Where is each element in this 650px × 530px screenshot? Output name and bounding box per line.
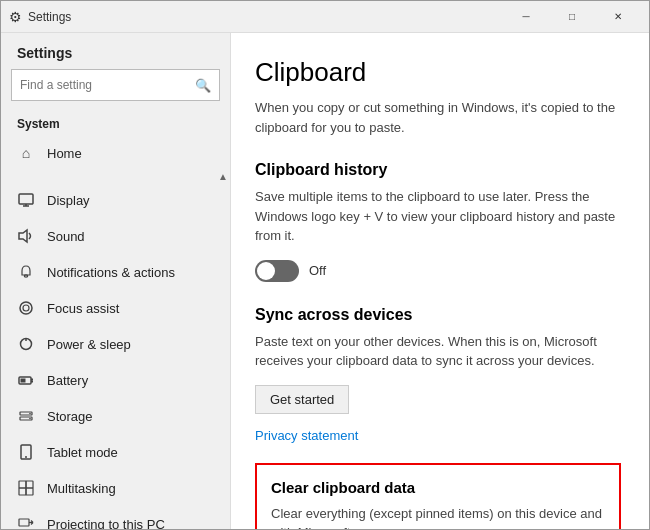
svg-point-18 xyxy=(29,413,31,415)
svg-point-9 xyxy=(23,305,29,311)
search-icon: 🔍 xyxy=(195,78,211,93)
sync-section: Sync across devices Paste text on your o… xyxy=(255,306,621,428)
sidebar-item-sound[interactable]: Sound xyxy=(1,218,230,254)
toggle-thumb xyxy=(257,262,275,280)
search-input[interactable] xyxy=(20,78,195,92)
sidebar-item-home[interactable]: ⌂ Home xyxy=(1,135,230,171)
sidebar-item-display[interactable]: Display xyxy=(1,182,230,218)
titlebar-controls: ─ □ ✕ xyxy=(503,1,641,33)
clear-clipboard-section: Clear clipboard data Clear everything (e… xyxy=(255,463,621,530)
sidebar-item-power-sleep[interactable]: Power & sleep xyxy=(1,326,230,362)
svg-rect-15 xyxy=(21,379,26,383)
sidebar: Settings 🔍 System ⌂ Home ▲ Display xyxy=(1,33,231,529)
maximize-button[interactable]: □ xyxy=(549,1,595,33)
multitasking-icon xyxy=(17,479,35,497)
toggle-label: Off xyxy=(309,263,326,278)
sidebar-item-multitasking[interactable]: Multitasking xyxy=(1,470,230,506)
page-description: When you copy or cut something in Window… xyxy=(255,98,621,137)
sidebar-item-label: Battery xyxy=(47,373,88,388)
main-scroll-area: Clipboard When you copy or cut something… xyxy=(231,33,649,529)
sidebar-item-battery[interactable]: Battery xyxy=(1,362,230,398)
sidebar-item-focus-assist[interactable]: Focus assist xyxy=(1,290,230,326)
svg-rect-0 xyxy=(19,194,33,204)
minimize-button[interactable]: ─ xyxy=(503,1,549,33)
tablet-mode-icon xyxy=(17,443,35,461)
sidebar-item-label: Storage xyxy=(47,409,93,424)
privacy-statement-link[interactable]: Privacy statement xyxy=(255,428,621,443)
notifications-icon xyxy=(17,263,35,281)
sidebar-section-label: System xyxy=(1,111,230,135)
svg-point-8 xyxy=(20,302,32,314)
sidebar-item-label: Projecting to this PC xyxy=(47,517,165,530)
svg-rect-26 xyxy=(19,519,29,526)
sidebar-item-label: Notifications & actions xyxy=(47,265,175,280)
sidebar-item-label: Home xyxy=(47,146,82,161)
scroll-indicator: ▲ xyxy=(1,171,230,182)
main-content: Clipboard When you copy or cut something… xyxy=(231,33,649,529)
clear-section-title: Clear clipboard data xyxy=(271,479,605,496)
search-box[interactable]: 🔍 xyxy=(11,69,220,101)
svg-rect-25 xyxy=(26,488,33,495)
projecting-icon xyxy=(17,515,35,529)
window-title: Settings xyxy=(28,10,71,24)
sidebar-item-projecting[interactable]: Projecting to this PC xyxy=(1,506,230,529)
clipboard-history-desc: Save multiple items to the clipboard to … xyxy=(255,187,621,246)
sidebar-item-label: Tablet mode xyxy=(47,445,118,460)
clear-section-desc: Clear everything (except pinned items) o… xyxy=(271,504,605,530)
sidebar-header: Settings xyxy=(1,33,230,69)
titlebar: ⚙ Settings ─ □ ✕ xyxy=(1,1,649,33)
power-sleep-icon xyxy=(17,335,35,353)
titlebar-left: ⚙ Settings xyxy=(9,9,71,25)
sidebar-item-notifications[interactable]: Notifications & actions xyxy=(1,254,230,290)
scroll-up-arrow: ▲ xyxy=(218,171,228,182)
focus-assist-icon xyxy=(17,299,35,317)
clipboard-history-title: Clipboard history xyxy=(255,161,621,179)
sync-desc: Paste text on your other devices. When t… xyxy=(255,332,621,371)
sidebar-item-label: Display xyxy=(47,193,90,208)
svg-rect-22 xyxy=(19,481,26,488)
clipboard-history-toggle[interactable] xyxy=(255,260,299,282)
svg-point-19 xyxy=(29,418,31,420)
sidebar-item-storage[interactable]: Storage xyxy=(1,398,230,434)
clipboard-history-toggle-row: Off xyxy=(255,260,621,282)
close-button[interactable]: ✕ xyxy=(595,1,641,33)
sound-icon xyxy=(17,227,35,245)
sidebar-item-label: Sound xyxy=(47,229,85,244)
svg-marker-3 xyxy=(19,230,27,242)
battery-icon xyxy=(17,371,35,389)
gear-icon: ⚙ xyxy=(9,9,22,25)
storage-icon xyxy=(17,407,35,425)
display-icon xyxy=(17,191,35,209)
settings-window: ⚙ Settings ─ □ ✕ Settings 🔍 System ⌂ Hom… xyxy=(0,0,650,530)
sidebar-item-tablet-mode[interactable]: Tablet mode xyxy=(1,434,230,470)
sync-title: Sync across devices xyxy=(255,306,621,324)
page-title: Clipboard xyxy=(255,57,621,88)
sidebar-item-label: Multitasking xyxy=(47,481,116,496)
sidebar-items: ⌂ Home ▲ Display Sound xyxy=(1,135,230,529)
svg-rect-23 xyxy=(26,481,33,488)
svg-rect-24 xyxy=(19,488,26,495)
sidebar-item-label: Focus assist xyxy=(47,301,119,316)
sidebar-item-label: Power & sleep xyxy=(47,337,131,352)
home-icon: ⌂ xyxy=(17,144,35,162)
content-area: Settings 🔍 System ⌂ Home ▲ Display xyxy=(1,33,649,529)
clipboard-history-section: Clipboard history Save multiple items to… xyxy=(255,161,621,282)
get-started-button[interactable]: Get started xyxy=(255,385,349,414)
